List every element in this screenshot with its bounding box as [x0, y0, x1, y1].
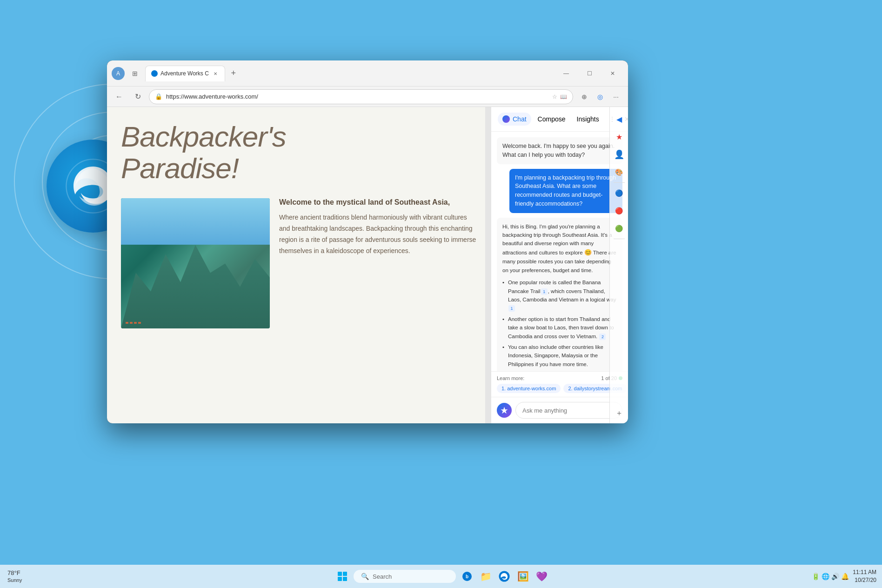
close-button[interactable]: ✕ — [602, 66, 623, 81]
volume-icon: 🔊 — [831, 573, 839, 580]
page-body: Where ancient traditions blend harmoniou… — [279, 212, 477, 256]
maximize-button[interactable]: ☐ — [579, 66, 600, 81]
learn-more-link-1[interactable]: 1. adventure-works.com — [497, 384, 561, 393]
sidebar-divider-1 — [614, 182, 625, 183]
battery-icon: 🔋 — [812, 573, 820, 580]
bullet-3: • You can also include other countries l… — [502, 343, 617, 368]
tab-close-button[interactable]: ✕ — [212, 70, 219, 77]
new-tab-button[interactable]: + — [227, 67, 240, 80]
page-text-area: Welcome to the mystical land of Southeas… — [279, 198, 477, 328]
copilot-input-icon[interactable] — [497, 403, 512, 418]
bullet-2: • Another option is to start from Thaila… — [502, 315, 617, 341]
boats-area — [126, 322, 265, 324]
taskbar-right: 🔋 🌐 🔊 🔔 11:11 AM 10/27/20 — [550, 568, 882, 584]
page-subtitle: Welcome to the mystical land of Southeas… — [279, 198, 477, 207]
copilot-panel-header: Chat Compose Insights ⋮ ✕ — [491, 107, 628, 132]
page-title: Backpacker's Paradise! — [121, 121, 477, 184]
address-bar-row: ← ↻ 🔒 https://www.adventure-works.com/ ☆… — [107, 87, 628, 107]
ext1-sidebar-icon[interactable]: 🔵 — [612, 186, 627, 200]
sky-gradient — [121, 198, 270, 245]
clock-time: 11:11 AM — [853, 568, 876, 576]
refresh-button[interactable]: ↻ — [130, 89, 145, 104]
favorites-sidebar-icon[interactable]: ★ — [612, 129, 627, 144]
back-sidebar-icon[interactable]: ◀ — [612, 112, 627, 127]
learn-more-bar: Learn more: 1 of 20 1. adventure-works.c… — [491, 371, 628, 397]
mountain-shape — [121, 235, 270, 328]
boat-3 — [134, 322, 137, 324]
start-tile-1 — [338, 572, 342, 576]
avatar-sidebar-icon[interactable]: 👤 — [612, 147, 627, 162]
address-bar-icons: ☆ 📖 — [552, 94, 567, 100]
address-bar[interactable]: 🔒 https://www.adventure-works.com/ ☆ 📖 — [149, 89, 573, 104]
windows-logo — [338, 572, 347, 581]
clock-date: 10/27/20 — [853, 576, 876, 584]
profile-button[interactable]: A — [112, 67, 125, 80]
reading-mode-icon[interactable]: 📖 — [560, 94, 567, 100]
start-tile-2 — [343, 572, 347, 576]
learn-more-header: Learn more: 1 of 20 — [497, 375, 622, 381]
copilot-toolbar-icon[interactable]: ◎ — [593, 89, 608, 104]
bot-welcome-message: Welcome back. I'm happy to see you again… — [497, 137, 622, 164]
weather-condition: Sunny — [7, 577, 22, 583]
favorites-toolbar-icon[interactable]: ⊕ — [577, 89, 592, 104]
chat-tab[interactable]: Chat — [498, 113, 531, 126]
svg-text:b: b — [466, 574, 468, 579]
page-content-row: Welcome to the mystical land of Southeas… — [107, 198, 491, 328]
insights-tab-label: Insights — [577, 115, 599, 123]
url-text: https://www.adventure-works.com/ — [166, 93, 548, 100]
back-button[interactable]: ← — [112, 89, 127, 104]
collections-sidebar-icon[interactable]: 🎨 — [612, 165, 627, 180]
compose-tab[interactable]: Compose — [533, 113, 570, 126]
files-taskbar-app[interactable]: 📁 — [477, 568, 494, 585]
insights-tab[interactable]: Insights — [572, 113, 604, 126]
start-tile-4 — [343, 577, 347, 581]
browser-window: A ⊞ Adventure Works C ✕ + — ☐ ✕ ← ↻ 🔒 ht… — [107, 60, 628, 423]
ext2-sidebar-icon[interactable]: 🔴 — [612, 203, 627, 218]
taskbar: 78°F Sunny 🔍 Search b — [0, 565, 882, 588]
active-tab[interactable]: Adventure Works C ✕ — [145, 66, 225, 81]
teams-taskbar-app[interactable]: 💜 — [533, 568, 550, 585]
bot-response-intro: Hi, this is Bing. I'm glad you're planni… — [502, 222, 617, 275]
right-sidebar: ◀ ★ 👤 🎨 🔵 🔴 🟢 ＋ — [609, 107, 628, 423]
scrollbar[interactable] — [485, 107, 491, 423]
search-icon: 🔍 — [361, 573, 369, 580]
wifi-icon: 🌐 — [822, 573, 829, 580]
taskbar-center: 🔍 Search b 📁 🖼️ 💜 — [334, 568, 550, 585]
webpage-content: Backpacker's Paradise! Welcome to — [107, 107, 491, 423]
tab-bar: A ⊞ Adventure Works C ✕ + — ☐ ✕ — [107, 60, 628, 87]
taskbar-left: 78°F Sunny — [0, 569, 334, 583]
tabs-container: Adventure Works C ✕ + — [145, 66, 552, 81]
notification-icon: 🔔 — [841, 573, 849, 580]
chat-input-field[interactable] — [515, 402, 622, 419]
taskbar-clock[interactable]: 11:11 AM 10/27/20 — [853, 568, 876, 584]
page-hero-image — [121, 198, 270, 328]
lock-icon: 🔒 — [155, 93, 162, 100]
boat-1 — [126, 322, 128, 324]
tab-label: Adventure Works C — [160, 70, 209, 77]
user-message-text: I'm planning a backpacking trip through … — [515, 174, 616, 207]
search-placeholder: Search — [373, 573, 392, 580]
more-options-icon[interactable]: ··· — [608, 89, 623, 104]
bot-response-message: Hi, this is Bing. I'm glad you're planni… — [497, 218, 622, 372]
copilot-icon — [502, 115, 510, 123]
taskbar-apps: b 📁 🖼️ 💜 — [459, 568, 550, 585]
minimize-button[interactable]: — — [555, 66, 577, 81]
bing-taskbar-app[interactable]: b — [459, 568, 475, 585]
favorites-icon[interactable]: ☆ — [552, 94, 557, 100]
page-hero: Backpacker's Paradise! — [107, 107, 491, 194]
sidebar-expand-button[interactable]: ＋ — [614, 408, 625, 419]
user-message: I'm planning a backpacking trip through … — [509, 169, 622, 213]
chat-messages: Welcome back. I'm happy to see you again… — [491, 132, 628, 371]
edge-taskbar-app[interactable] — [496, 568, 513, 585]
toolbar-icons: ⊕ ◎ ··· — [577, 89, 623, 104]
ext3-sidebar-icon[interactable]: 🟢 — [612, 221, 627, 236]
start-button[interactable] — [334, 568, 351, 585]
grid-button[interactable]: ⊞ — [128, 67, 141, 80]
taskbar-search[interactable]: 🔍 Search — [354, 570, 456, 583]
photos-taskbar-app[interactable]: 🖼️ — [514, 568, 531, 585]
sidebar-divider-2 — [614, 239, 625, 239]
tab-favicon — [151, 70, 158, 77]
chat-input-area — [491, 397, 628, 423]
chat-tab-label: Chat — [513, 115, 527, 123]
taskbar-weather: 78°F Sunny — [7, 569, 334, 583]
